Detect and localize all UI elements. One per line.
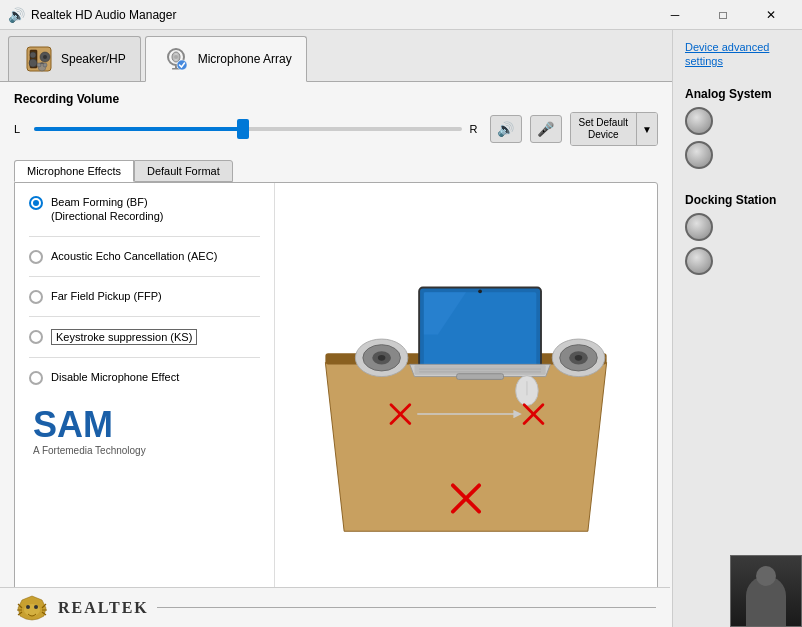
vol-left-label: L bbox=[14, 123, 26, 135]
svg-point-44 bbox=[24, 604, 40, 616]
sam-logo-text: SAM bbox=[33, 407, 256, 443]
effect-radio-ks[interactable] bbox=[29, 330, 43, 344]
realtek-divider-line bbox=[157, 607, 656, 608]
tab-microphone-label: Microphone Array bbox=[198, 52, 292, 66]
volume-row: L R 🔊 🎤 Set DefaultDevice ▼ bbox=[14, 112, 658, 146]
divider-2 bbox=[29, 276, 260, 277]
app-title: Realtek HD Audio Manager bbox=[31, 8, 652, 22]
svg-point-8 bbox=[43, 63, 47, 67]
divider-1 bbox=[29, 236, 260, 237]
effect-radio-ffp[interactable] bbox=[29, 290, 43, 304]
tab-microphone[interactable]: Microphone Array bbox=[145, 36, 307, 82]
svg-point-46 bbox=[34, 605, 38, 609]
desk-visualization bbox=[306, 250, 626, 550]
svg-point-30 bbox=[378, 355, 386, 361]
realtek-text: REALTEK bbox=[58, 599, 149, 617]
titlebar: 🔊 Realtek HD Audio Manager ─ □ ✕ bbox=[0, 0, 802, 30]
mute-button[interactable]: 🔊 bbox=[490, 115, 522, 143]
mic-button[interactable]: 🎤 bbox=[530, 115, 562, 143]
effect-beam-forming[interactable]: Beam Forming (BF)(Directional Recording) bbox=[29, 195, 260, 224]
set-default-device-btn[interactable]: Set DefaultDevice ▼ bbox=[570, 112, 658, 146]
volume-fill bbox=[34, 127, 243, 131]
realtek-emblem-icon bbox=[14, 594, 50, 622]
docking-station-section: Docking Station bbox=[685, 183, 790, 281]
analog-system-section: Analog System bbox=[685, 77, 790, 175]
right-panel: Device advanced settings Analog System D… bbox=[672, 30, 802, 627]
effect-label-disable: Disable Microphone Effect bbox=[51, 370, 179, 384]
effect-label-beam: Beam Forming (BF)(Directional Recording) bbox=[51, 195, 164, 224]
svg-point-12 bbox=[174, 55, 178, 59]
thumbnail-preview bbox=[730, 555, 802, 627]
main-container: Speaker/HP Microphone Array bbox=[0, 30, 802, 627]
content-area: Speaker/HP Microphone Array bbox=[0, 30, 672, 627]
docking-btn-2[interactable] bbox=[685, 247, 713, 275]
effect-radio-aec[interactable] bbox=[29, 250, 43, 264]
sam-logo: SAM A Fortemedia Technology bbox=[29, 403, 260, 460]
microphone-tab-icon bbox=[160, 43, 192, 75]
effect-disable[interactable]: Disable Microphone Effect bbox=[29, 370, 260, 385]
effect-radio-beam[interactable] bbox=[29, 196, 43, 210]
svg-point-5 bbox=[43, 55, 47, 59]
volume-slider[interactable] bbox=[34, 127, 462, 131]
tab-speaker-label: Speaker/HP bbox=[61, 52, 126, 66]
effect-label-ks: Keystroke suppression (KS) bbox=[51, 329, 197, 345]
svg-point-15 bbox=[177, 60, 187, 70]
sam-subtitle: A Fortemedia Technology bbox=[33, 445, 256, 456]
effects-panel: Beam Forming (BF)(Directional Recording)… bbox=[14, 182, 658, 617]
tab-speaker[interactable]: Speaker/HP bbox=[8, 36, 141, 81]
svg-point-45 bbox=[26, 605, 30, 609]
app-icon: 🔊 bbox=[8, 7, 25, 23]
effect-radio-disable[interactable] bbox=[29, 371, 43, 385]
effect-ks[interactable]: Keystroke suppression (KS) bbox=[29, 329, 260, 345]
svg-marker-16 bbox=[325, 362, 606, 531]
svg-rect-26 bbox=[457, 373, 504, 379]
svg-point-2 bbox=[30, 52, 36, 58]
inner-tab-strip: Microphone Effects Default Format bbox=[0, 154, 672, 182]
realtek-logo bbox=[14, 594, 50, 622]
analog-btn-1[interactable] bbox=[685, 107, 713, 135]
tab-default-format[interactable]: Default Format bbox=[134, 160, 233, 182]
effect-aec[interactable]: Acoustic Echo Cancellation (AEC) bbox=[29, 249, 260, 264]
svg-point-3 bbox=[29, 59, 37, 67]
effect-label-ffp: Far Field Pickup (FFP) bbox=[51, 289, 162, 303]
svg-point-34 bbox=[575, 355, 583, 361]
effect-ffp[interactable]: Far Field Pickup (FFP) bbox=[29, 289, 260, 304]
tab-strip: Speaker/HP Microphone Array bbox=[0, 30, 672, 82]
set-default-main-btn[interactable]: Set DefaultDevice bbox=[571, 113, 637, 145]
svg-point-21 bbox=[478, 289, 482, 293]
analog-btn-2[interactable] bbox=[685, 141, 713, 169]
effect-label-aec: Acoustic Echo Cancellation (AEC) bbox=[51, 249, 217, 263]
effects-list: Beam Forming (BF)(Directional Recording)… bbox=[15, 183, 275, 616]
divider-3 bbox=[29, 316, 260, 317]
divider-4 bbox=[29, 357, 260, 358]
volume-thumb[interactable] bbox=[237, 119, 249, 139]
tab-microphone-effects[interactable]: Microphone Effects bbox=[14, 160, 134, 182]
window-controls: ─ □ ✕ bbox=[652, 0, 794, 30]
analog-system-title: Analog System bbox=[685, 87, 790, 101]
vol-right-label: R bbox=[470, 123, 482, 135]
close-button[interactable]: ✕ bbox=[748, 0, 794, 30]
device-advanced-settings-link[interactable]: Device advanced settings bbox=[685, 40, 790, 69]
maximize-button[interactable]: □ bbox=[700, 0, 746, 30]
minimize-button[interactable]: ─ bbox=[652, 0, 698, 30]
visualization-area bbox=[275, 183, 657, 616]
docking-station-title: Docking Station bbox=[685, 193, 790, 207]
svg-point-7 bbox=[37, 63, 41, 67]
speaker-tab-icon bbox=[23, 43, 55, 75]
bottom-bar: REALTEK bbox=[0, 587, 670, 627]
docking-btn-1[interactable] bbox=[685, 213, 713, 241]
recording-label: Recording Volume bbox=[14, 92, 658, 106]
set-default-arrow-btn[interactable]: ▼ bbox=[637, 113, 657, 145]
recording-section: Recording Volume L R 🔊 🎤 Set DefaultDevi… bbox=[0, 82, 672, 154]
